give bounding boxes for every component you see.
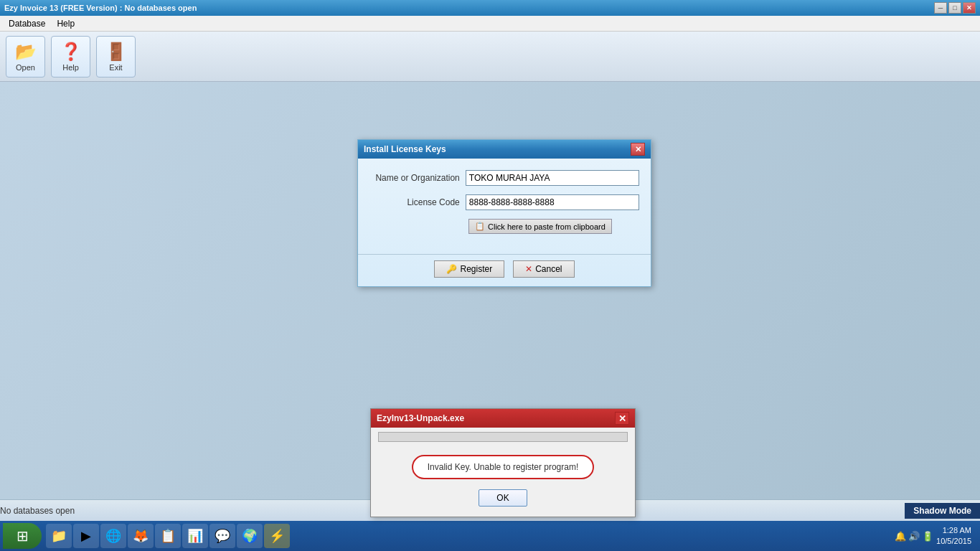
status-text: No databases open — [0, 506, 75, 516]
register-icon: 🔑 — [446, 264, 457, 274]
network-icon: 🔔 — [895, 531, 906, 542]
taskbar-app-ie[interactable]: 🌐 — [100, 524, 126, 548]
ok-button[interactable]: OK — [479, 489, 527, 507]
start-button[interactable]: ⊞ — [3, 523, 42, 549]
error-dialog-title: EzyInv13-Unpack.exe ✕ — [371, 409, 635, 428]
install-dialog-title: Install License Keys ✕ — [358, 140, 651, 159]
main-area: Install License Keys ✕ Name or Organizat… — [0, 82, 980, 499]
progress-bar — [378, 432, 628, 442]
open-label: Open — [16, 63, 35, 72]
clipboard-icon: 📋 — [475, 222, 485, 231]
install-dialog-buttons: 🔑 Register ✕ Cancel — [358, 254, 651, 286]
taskbar-app-media[interactable]: ▶ — [73, 524, 99, 548]
toolbar: 📂 Open ❓ Help 🚪 Exit — [0, 32, 980, 82]
shadow-mode-label: Shadow Mode — [905, 503, 980, 519]
help-button[interactable]: ❓ Help — [51, 36, 90, 77]
exit-icon: 🚪 — [105, 42, 127, 62]
exit-button[interactable]: 🚪 Exit — [96, 36, 136, 77]
taskbar-system-icons: 🔔 🔊 🔋 — [895, 531, 933, 542]
taskbar-app-spreadsheet[interactable]: 📊 — [182, 524, 208, 548]
title-bar: Ezy Invoice 13 (FREE Version) : No datab… — [0, 0, 980, 16]
taskbar-app-chat[interactable]: 💬 — [209, 524, 235, 548]
install-dialog-content: Name or Organization License Code 📋 Clic… — [358, 159, 651, 251]
menu-help[interactable]: Help — [51, 17, 80, 30]
volume-icon: 🔊 — [908, 531, 920, 542]
clock-date: 10/5/2015 — [936, 536, 971, 547]
cancel-icon: ✕ — [525, 264, 532, 274]
error-message-container: Invalid Key. Unable to register program! — [412, 455, 595, 479]
close-button[interactable]: ✕ — [963, 2, 976, 14]
help-label: Help — [62, 63, 79, 72]
minimize-button[interactable]: ─ — [934, 2, 947, 14]
maximize-button[interactable]: □ — [948, 2, 961, 14]
taskbar: ⊞ 📁 ▶ 🌐 🦊 📋 📊 💬 🌍 ⚡ 🔔 🔊 🔋 1:28 AM 10/5/2… — [0, 521, 980, 551]
taskbar-app-ezy[interactable]: ⚡ — [264, 524, 290, 548]
license-label: License Code — [369, 197, 460, 207]
install-license-dialog: Install License Keys ✕ Name or Organizat… — [357, 139, 651, 287]
register-button[interactable]: 🔑 Register — [434, 260, 504, 278]
taskbar-app-folder[interactable]: 📁 — [46, 524, 72, 548]
taskbar-app-notes[interactable]: 📋 — [155, 524, 181, 548]
open-button[interactable]: 📂 Open — [6, 36, 45, 77]
taskbar-app-firefox[interactable]: 🦊 — [128, 524, 154, 548]
help-icon: ❓ — [60, 42, 82, 62]
menu-bar: Database Help — [0, 16, 980, 32]
exit-label: Exit — [109, 63, 122, 72]
error-dialog: EzyInv13-Unpack.exe ✕ Invalid Key. Unabl… — [370, 408, 636, 517]
taskbar-clock: 1:28 AM 10/5/2015 — [936, 525, 971, 547]
taskbar-right: 🔔 🔊 🔋 1:28 AM 10/5/2015 — [895, 525, 977, 547]
name-row: Name or Organization — [369, 170, 639, 186]
battery-icon: 🔋 — [922, 531, 933, 542]
paste-from-clipboard-button[interactable]: 📋 Click here to paste from clipboard — [468, 219, 612, 234]
name-label: Name or Organization — [369, 173, 460, 183]
error-message: Invalid Key. Unable to register program! — [428, 462, 579, 472]
license-input[interactable] — [466, 194, 639, 210]
cancel-button[interactable]: ✕ Cancel — [513, 260, 574, 278]
license-row: License Code — [369, 194, 639, 210]
app-title: Ezy Invoice 13 (FREE Version) : No datab… — [4, 4, 197, 12]
open-icon: 📂 — [15, 42, 37, 62]
taskbar-app-globe[interactable]: 🌍 — [237, 524, 263, 548]
clock-time: 1:28 AM — [936, 525, 971, 536]
error-content: Invalid Key. Unable to register program!… — [371, 445, 635, 517]
install-dialog-close-button[interactable]: ✕ — [631, 143, 645, 156]
name-input[interactable] — [466, 170, 639, 186]
title-controls: ─ □ ✕ — [934, 2, 976, 14]
error-dialog-close-button[interactable]: ✕ — [615, 412, 629, 425]
menu-database[interactable]: Database — [3, 17, 51, 30]
